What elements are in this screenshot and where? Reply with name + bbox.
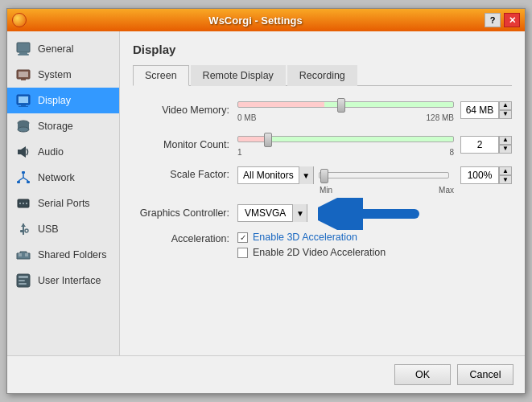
cancel-button[interactable]: Cancel xyxy=(457,364,513,385)
sidebar-label-audio: Audio xyxy=(38,146,64,158)
serial-icon xyxy=(15,195,31,211)
display-icon xyxy=(15,92,31,109)
accel-3d-checkbox[interactable] xyxy=(237,232,248,243)
help-button[interactable]: ? xyxy=(485,13,501,27)
svg-point-12 xyxy=(18,127,29,132)
accel-3d-label: Enable 3D Acceleration xyxy=(253,232,357,243)
scale-factor-row: Scale Factor: All Monitors ▼ xyxy=(133,166,512,195)
monitor-count-max: 8 xyxy=(449,148,454,157)
scale-min-label: Min xyxy=(320,186,332,195)
accel-3d-row: Enable 3D Acceleration xyxy=(237,232,386,243)
storage-icon xyxy=(15,118,31,134)
sidebar-item-storage[interactable]: Storage xyxy=(7,113,119,139)
scale-factor-dropdown-value: All Monitors xyxy=(238,170,299,181)
acceleration-row: Acceleration: Enable 3D Acceleration Ena… xyxy=(133,232,512,262)
tab-screen[interactable]: Screen xyxy=(133,65,189,86)
close-button[interactable]: ✕ xyxy=(504,13,520,27)
scale-factor-dropdown-arrow[interactable]: ▼ xyxy=(299,166,313,184)
video-memory-label: Video Memory: xyxy=(133,105,237,116)
sidebar-item-shared[interactable]: Shared Folders xyxy=(7,242,119,268)
general-icon xyxy=(15,41,31,57)
graphics-controller-label: Graphics Controller: xyxy=(133,207,237,219)
network-icon xyxy=(15,170,31,186)
svg-rect-8 xyxy=(21,105,26,106)
accel-2d-checkbox[interactable] xyxy=(237,248,248,258)
svg-rect-9 xyxy=(19,106,28,107)
video-memory-min: 0 MB xyxy=(237,113,256,122)
svg-rect-7 xyxy=(19,96,28,103)
scale-factor-slider[interactable] xyxy=(319,168,449,183)
video-memory-slider-labels: 0 MB 128 MB xyxy=(237,113,454,122)
video-memory-slider-bg xyxy=(237,101,454,108)
svg-line-20 xyxy=(23,178,28,181)
monitor-count-spin-buttons: ▲ ▼ xyxy=(499,136,512,154)
accel-2d-row: Enable 2D Video Acceleration xyxy=(237,247,386,258)
sidebar-label-storage: Storage xyxy=(38,121,73,132)
app-icon xyxy=(12,13,27,27)
svg-point-23 xyxy=(23,203,24,204)
monitor-count-slider-labels: 1 8 xyxy=(237,148,454,157)
monitor-count-spinbox: ▲ ▼ xyxy=(460,136,512,154)
scale-factor-dropdown[interactable]: All Monitors ▼ xyxy=(237,166,314,184)
graphics-controller-row: Graphics Controller: VMSVGA ▼ xyxy=(133,204,512,222)
bottom-bar: OK Cancel xyxy=(7,355,525,393)
scale-factor-spin-up[interactable]: ▲ xyxy=(499,166,512,175)
scale-factor-input[interactable] xyxy=(460,166,499,184)
sidebar-label-general: General xyxy=(38,43,73,55)
svg-marker-26 xyxy=(21,224,26,227)
svg-rect-17 xyxy=(27,181,30,183)
settings-window: WsCorgi - Settings ? ✕ General xyxy=(6,8,526,394)
graphics-controller-dropdown-btn[interactable]: ▼ xyxy=(292,204,307,222)
monitor-count-slider-thumb[interactable] xyxy=(264,133,272,147)
sidebar-item-usb[interactable]: USB xyxy=(7,216,119,242)
svg-rect-30 xyxy=(25,253,28,256)
sidebar-item-display[interactable]: Display xyxy=(7,88,119,113)
monitor-count-slider-track[interactable] xyxy=(237,132,454,146)
scale-factor-labels: Min Max xyxy=(237,186,512,195)
scale-factor-spin-buttons: ▲ ▼ xyxy=(499,166,512,184)
scale-factor-slider-thumb[interactable] xyxy=(320,169,328,183)
video-memory-slider-thumb[interactable] xyxy=(337,98,345,113)
svg-rect-16 xyxy=(17,181,20,183)
scale-factor-spin-down[interactable]: ▼ xyxy=(499,175,512,184)
monitor-count-spin-up[interactable]: ▲ xyxy=(499,136,512,145)
graphics-controller-select[interactable]: VMSVGA ▼ xyxy=(237,204,307,222)
usb-icon xyxy=(15,221,31,237)
svg-rect-5 xyxy=(21,79,26,80)
video-memory-input[interactable] xyxy=(460,101,499,119)
window-content: General System xyxy=(7,31,525,355)
shared-icon xyxy=(15,247,31,263)
svg-rect-27 xyxy=(20,230,23,232)
ok-button[interactable]: OK xyxy=(394,364,451,385)
system-icon xyxy=(15,67,31,83)
sidebar-item-audio[interactable]: Audio xyxy=(7,139,119,165)
sidebar-item-system[interactable]: System xyxy=(7,62,119,88)
video-memory-row: Video Memory: 0 MB 128 MB ▲ xyxy=(133,97,512,122)
sidebar-item-ui[interactable]: User Interface xyxy=(7,268,119,293)
monitor-count-slider-block: 1 8 xyxy=(237,132,454,157)
arrow-annotation xyxy=(318,198,423,230)
svg-rect-1 xyxy=(19,52,27,54)
monitor-count-input[interactable] xyxy=(460,136,499,154)
scale-factor-slider-bg xyxy=(319,172,449,178)
acceleration-label: Acceleration: xyxy=(133,232,237,244)
monitor-count-spin-down[interactable]: ▼ xyxy=(499,145,512,154)
video-memory-spin-down[interactable]: ▼ xyxy=(499,110,512,119)
svg-rect-34 xyxy=(19,283,27,285)
video-memory-slider-track[interactable] xyxy=(237,97,454,112)
sidebar-item-serial[interactable]: Serial Ports xyxy=(7,191,119,216)
sidebar-item-general[interactable]: General xyxy=(7,36,119,62)
scale-factor-spinbox: ▲ ▼ xyxy=(460,166,512,184)
sidebar-label-display: Display xyxy=(38,95,71,106)
video-memory-spin-up[interactable]: ▲ xyxy=(499,101,512,110)
sidebar-label-network: Network xyxy=(38,172,75,183)
svg-rect-2 xyxy=(18,54,29,55)
tab-remote-display[interactable]: Remote Display xyxy=(191,65,286,86)
tab-bar: Screen Remote Display Recording xyxy=(133,64,512,86)
ui-icon xyxy=(15,273,31,289)
sidebar-item-network[interactable]: Network xyxy=(7,165,119,191)
svg-rect-4 xyxy=(19,72,28,77)
tab-recording[interactable]: Recording xyxy=(287,65,357,86)
monitor-count-slider-bg xyxy=(237,136,454,142)
video-memory-slider-block: 0 MB 128 MB xyxy=(237,97,454,122)
